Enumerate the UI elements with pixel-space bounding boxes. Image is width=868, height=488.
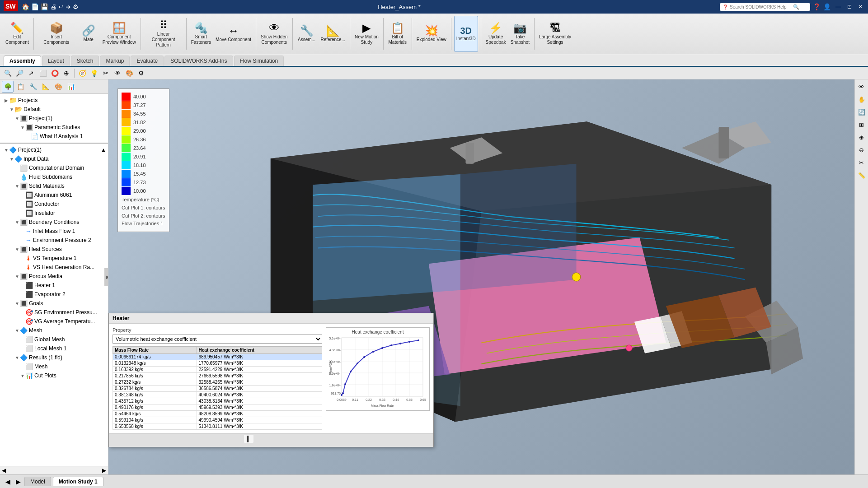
scroll-right-btn[interactable]: ▶ (102, 467, 106, 474)
new-motion-study-btn[interactable]: ▶ New MotionStudy (353, 16, 380, 52)
tree-heat-sources[interactable]: ▼ 🔳 Heat Sources (0, 245, 108, 254)
table-row[interactable]: 0.326784 kg/s36586.5874 W/m²*3/K (113, 386, 322, 392)
render-icon[interactable]: 🎨 (124, 68, 134, 78)
tree-global-mesh[interactable]: ⬜ Global Mesh (0, 335, 108, 344)
assem-btn[interactable]: 🔧 Assem... (296, 16, 318, 52)
filter-icon[interactable]: 🔎 (14, 68, 24, 78)
panel-collapse-handle[interactable]: ▶ (104, 268, 108, 286)
table-row[interactable]: 0.006661174 kg/s689.950457 W/m²*3/K (113, 354, 322, 360)
component-preview-btn[interactable]: 🪟 ComponentPreview Window (101, 16, 138, 52)
3d-view-icon[interactable]: 👁 (856, 81, 867, 92)
restore-btn[interactable]: ⊡ (845, 4, 854, 10)
tree-parametric[interactable]: ▼ 🔳 Parametric Studies (0, 123, 108, 132)
tree-solid-materials[interactable]: ▼ 🔳 Solid Materials (0, 181, 108, 191)
tree-input-data[interactable]: ▼ 🔷 Input Data (0, 154, 108, 163)
view-orient-icon[interactable]: 🧭 (77, 68, 87, 78)
linear-pattern-btn[interactable]: ⠿ Linear Component Pattern (144, 16, 183, 52)
tree-heater1[interactable]: ⬛ Heater 1 (0, 281, 108, 290)
next-tab-btn[interactable]: ▶ (14, 477, 23, 486)
tab-markup[interactable]: Markup (100, 56, 130, 66)
tree-goals[interactable]: ▼ 🔳 Goals (0, 299, 108, 308)
section-cut-icon[interactable]: ✂ (856, 157, 867, 168)
zoom-icon[interactable]: ⊕ (61, 68, 71, 78)
tree-default[interactable]: ▼ 📂 Default (0, 105, 108, 114)
tree-vs-heat[interactable]: 🌡 VS Heat Generation Ra... (0, 263, 108, 272)
mate-btn[interactable]: 🔗 Mate (77, 16, 100, 52)
table-row[interactable]: 0.435712 kg/s43038.3134 W/m²*3/K (113, 398, 322, 404)
section-icon[interactable]: ✂ (101, 68, 111, 78)
config-manager-icon[interactable]: 🔧 (27, 81, 39, 93)
tree-fluid-subdomains[interactable]: 💧 Fluid Subdomains (0, 172, 108, 181)
tree-porous-media[interactable]: ▼ 🔳 Porous Media (0, 272, 108, 281)
tree-results[interactable]: ▼ 🔷 Results (1.fld) (0, 353, 108, 362)
bill-of-materials-btn[interactable]: 📋 Bill ofMaterials (386, 16, 409, 52)
instant3d-btn[interactable]: 3D Instant3D (454, 16, 478, 52)
tree-mesh2[interactable]: ⬜ Mesh (0, 362, 108, 371)
table-row[interactable]: 0.381248 kg/s40400.6024 W/m²*3/K (113, 392, 322, 398)
rotate-icon[interactable]: 🔄 (856, 107, 867, 117)
tree-sg-env[interactable]: 🎯 SG Environment Pressu... (0, 308, 108, 317)
property-manager-icon[interactable]: 📋 (14, 81, 26, 93)
tree-inlet-mass-flow[interactable]: → Inlet Mass Flow 1 (0, 227, 108, 236)
close-btn[interactable]: ✕ (856, 4, 864, 10)
tree-mesh[interactable]: ▼ 🔷 Mesh (0, 326, 108, 335)
viewport[interactable]: 40.00 37.27 34.55 31.82 29.00 26.36 (108, 79, 854, 474)
feature-tree[interactable]: ▶ 📁 Projects ▼ 📂 Default ▼ 🔳 Project(1) … (0, 94, 108, 466)
property-select[interactable]: Volumetric heat exchange coefficient (113, 335, 322, 344)
search-box[interactable]: ❓ 🔍 (720, 3, 810, 11)
sim-study-icon[interactable]: 📊 (65, 81, 77, 93)
tree-conductor[interactable]: 🔲 Conductor (0, 200, 108, 209)
move-component-btn[interactable]: ↔️ Move Component (214, 16, 253, 52)
tab-evaluate[interactable]: Evaluate (131, 56, 164, 66)
table-row[interactable]: 0.653568 kg/s51340.8111 W/m²*3/K (113, 423, 322, 430)
tab-sketch[interactable]: Sketch (71, 56, 99, 66)
tab-layout[interactable]: Layout (42, 56, 70, 66)
select-icon[interactable]: ↗ (26, 68, 36, 78)
tree-aluminum[interactable]: 🔲 Aluminum 6061 (0, 191, 108, 200)
tree-projects[interactable]: ▶ 📁 Projects (0, 96, 108, 105)
large-assembly-settings-btn[interactable]: 🏗 Large AssemblySettings (537, 16, 573, 52)
table-row[interactable]: 0.490176 kg/s45969.5393 W/m²*3/K (113, 404, 322, 411)
table-row[interactable]: 0.54464 kg/s48208.8599 W/m²*3/K (113, 411, 322, 417)
table-row[interactable]: 0.27232 kg/s32588.4265 W/m²*3/K (113, 379, 322, 386)
tree-local-mesh1[interactable]: ⬜ Local Mesh 1 (0, 344, 108, 353)
tree-whatif[interactable]: 📄 What If Analysis 1 (0, 132, 108, 141)
table-row[interactable]: 0.599104 kg/s49990.4594 W/m²*3/K (113, 417, 322, 423)
zoom-in-icon[interactable]: ⊕ (856, 132, 867, 143)
lasso-icon[interactable]: ⭕ (50, 68, 60, 78)
zoom-fit-icon[interactable]: ⊞ (856, 119, 867, 130)
take-snapshot-btn[interactable]: 📷 TakeSnapshot (509, 16, 531, 52)
user-icon[interactable]: 👤 (823, 3, 831, 10)
scroll-left-btn[interactable]: ◀ (2, 467, 6, 474)
measure-icon[interactable]: 📏 (856, 170, 867, 181)
tree-boundary[interactable]: ▼ 🔳 Boundary Conditions (0, 218, 108, 227)
exploded-view-btn[interactable]: 💥 Exploded View (415, 16, 448, 52)
settings-icon2[interactable]: ⚙ (136, 68, 146, 78)
tree-environment-pressure[interactable]: → Environment Pressure 2 (0, 236, 108, 245)
bottom-tab-motion-study[interactable]: Motion Study 1 (53, 477, 103, 486)
tree-vs-temp[interactable]: 🌡 VS Temperature 1 (0, 254, 108, 263)
table-row[interactable]: 0.0132348 kg/s1770.65977 W/m²*3/K (113, 360, 322, 367)
cam-manager-icon[interactable]: 📐 (40, 81, 52, 93)
zoom-out-icon[interactable]: ⊖ (856, 144, 867, 155)
tree-project1-main[interactable]: ▼ 🔷 Project(1) ▲ (0, 145, 108, 154)
search-view-icon[interactable]: 🔍 (3, 68, 13, 78)
tab-flow-simulation[interactable]: Flow Simulation (234, 56, 284, 66)
tab-addins[interactable]: SOLIDWORKS Add-Ins (164, 56, 233, 66)
bottom-tab-model[interactable]: Model (24, 477, 51, 486)
smart-fasteners-btn[interactable]: 🔩 SmartFasteners (189, 16, 213, 52)
show-hidden-btn[interactable]: 👁 Show HiddenComponents (259, 16, 289, 52)
table-row[interactable]: 0.217856 kg/s27669.5598 W/m²*3/K (113, 373, 322, 379)
update-speedpak-btn[interactable]: ⚡ UpdateSpeedpak (484, 16, 508, 52)
reference-btn[interactable]: 📐 Reference... (319, 16, 347, 52)
minimize-btn[interactable]: — (834, 4, 843, 10)
view-icon2[interactable]: 👁 (113, 68, 122, 78)
tree-cut-plots[interactable]: ▼ 📊 Cut Plots (0, 371, 108, 380)
prev-tab-btn[interactable]: ◀ (4, 477, 12, 486)
tree-vg-avg[interactable]: 🎯 VG Average Temperatu... (0, 317, 108, 326)
quick-access[interactable]: 🏠 📄 💾 🖨 ↩ ➜ ⚙ (22, 3, 79, 10)
tree-project1[interactable]: ▼ 🔳 Project(1) (0, 114, 108, 123)
feature-tree-icon[interactable]: 🌳 (2, 81, 14, 93)
tree-computational-domain[interactable]: ⬜ Computational Domain (0, 163, 108, 172)
search-input[interactable] (730, 5, 793, 9)
